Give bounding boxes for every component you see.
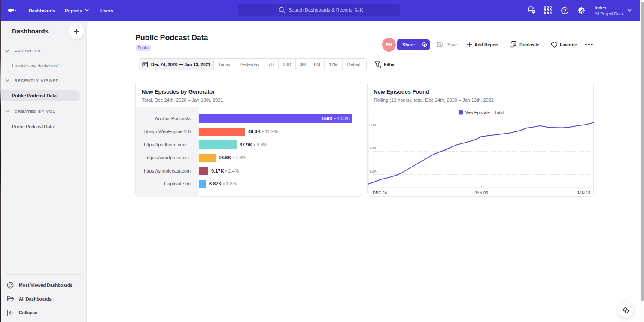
svg-text:30K: 30K	[369, 122, 377, 127]
svg-text:10K: 10K	[369, 169, 377, 173]
svg-text:New Episode – Total: New Episode – Total	[465, 110, 504, 115]
svg-text:20K: 20K	[369, 146, 377, 150]
svg-text:JAN 03: JAN 03	[474, 190, 488, 195]
svg-text:JAN 13: JAN 13	[577, 190, 590, 195]
svg-text:DEC 24: DEC 24	[373, 190, 387, 195]
